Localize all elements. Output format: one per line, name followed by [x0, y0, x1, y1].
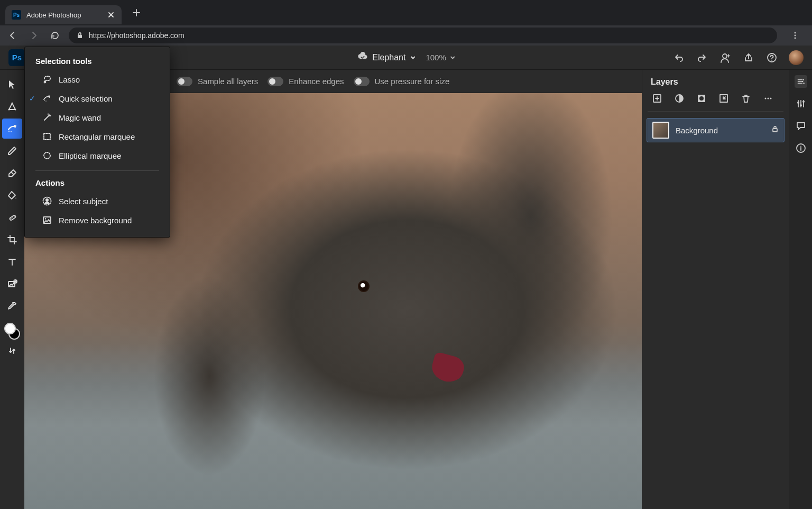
- selection-tool[interactable]: [2, 119, 22, 139]
- more-layers-options-icon[interactable]: [762, 92, 774, 105]
- zoom-control[interactable]: 100%: [426, 53, 455, 62]
- toggle-label: Use pressure for size: [375, 77, 450, 86]
- toggle-switch[interactable]: [354, 77, 370, 86]
- flyout-item-label: Quick selection: [59, 94, 113, 103]
- layer-thumbnail: [652, 122, 669, 139]
- lock-icon[interactable]: [771, 125, 779, 135]
- comments-panel-icon[interactable]: [795, 120, 807, 132]
- properties-panel-icon[interactable]: [795, 75, 807, 88]
- quick-selection-icon: [42, 93, 52, 104]
- svg-point-45: [44, 152, 50, 159]
- flyout-item-magic-wand[interactable]: ✓ Magic wand: [25, 108, 170, 127]
- redo-button[interactable]: [696, 51, 708, 64]
- browser-menu-button[interactable]: [788, 28, 802, 43]
- browser-tab[interactable]: Ps Adobe Photoshop: [5, 5, 122, 24]
- crop-tool[interactable]: [2, 230, 22, 250]
- svg-point-10: [8, 131, 10, 132]
- forward-button[interactable]: [26, 28, 41, 43]
- flyout-item-label: Select subject: [59, 197, 108, 206]
- svg-point-30: [768, 98, 769, 99]
- mask-button[interactable]: [695, 92, 708, 105]
- flyout-item-label: Elliptical marquee: [59, 151, 121, 160]
- svg-point-38: [802, 101, 805, 103]
- svg-point-8: [14, 109, 16, 111]
- browser-tab-strip: Ps Adobe Photoshop: [0, 0, 812, 25]
- toggle-switch[interactable]: [267, 77, 283, 86]
- svg-point-46: [45, 198, 49, 202]
- enhance-edges-toggle[interactable]: Enhance edges: [267, 77, 344, 86]
- svg-point-3: [795, 38, 796, 39]
- svg-point-33: [802, 79, 804, 80]
- cloud-sync-icon: [356, 51, 368, 65]
- layer-name: Background: [676, 126, 765, 135]
- flyout-heading-actions: Actions: [25, 176, 170, 192]
- move-tool[interactable]: [2, 74, 22, 94]
- eyedropper-tool[interactable]: [2, 296, 22, 316]
- svg-point-36: [797, 102, 799, 104]
- adjustments-panel-icon[interactable]: [795, 97, 807, 110]
- reload-button[interactable]: [48, 28, 62, 43]
- flyout-item-rect-marquee[interactable]: ✓ Rectangular marquee: [25, 127, 170, 146]
- brush-tool[interactable]: [2, 141, 22, 161]
- info-panel-icon[interactable]: [795, 142, 807, 154]
- heal-tool[interactable]: [2, 207, 22, 228]
- foreground-color-swatch[interactable]: [4, 323, 16, 334]
- layers-toolbar: [642, 92, 789, 111]
- type-tool[interactable]: [2, 252, 22, 272]
- use-pressure-toggle[interactable]: Use pressure for size: [354, 77, 450, 86]
- remove-background-icon: [42, 215, 52, 225]
- svg-point-31: [770, 98, 772, 99]
- add-layer-button[interactable]: [651, 92, 663, 105]
- sample-all-layers-toggle[interactable]: Sample all layers: [177, 77, 258, 86]
- invite-icon[interactable]: [719, 51, 732, 64]
- toggle-label: Sample all layers: [198, 77, 258, 86]
- select-subject-icon: [42, 196, 52, 206]
- svg-point-49: [45, 218, 46, 219]
- flyout-item-label: Lasso: [59, 75, 80, 84]
- selection-tools-flyout: Selection tools ✓ Lasso ✓ Quick selectio…: [24, 47, 170, 238]
- address-bar[interactable]: https://photoshop.adobe.com: [69, 28, 777, 43]
- flyout-item-lasso[interactable]: ✓ Lasso: [25, 70, 170, 89]
- new-tab-button[interactable]: [129, 5, 144, 20]
- flyout-item-label: Magic wand: [59, 113, 101, 122]
- color-swatches[interactable]: [3, 322, 21, 341]
- svg-point-13: [11, 218, 12, 219]
- transform-tool[interactable]: [2, 96, 22, 116]
- document-name: Elephant: [372, 53, 405, 62]
- close-tab-icon[interactable]: [107, 11, 115, 19]
- undo-button[interactable]: [672, 51, 685, 64]
- share-icon[interactable]: [742, 51, 755, 64]
- flyout-item-remove-bg[interactable]: ✓ Remove background: [25, 211, 170, 230]
- help-icon[interactable]: [765, 51, 778, 64]
- swap-colors-tool[interactable]: [2, 343, 22, 359]
- flyout-item-quick-selection[interactable]: ✓ Quick selection: [25, 89, 170, 108]
- photoshop-logo[interactable]: Ps: [8, 49, 25, 66]
- svg-point-42: [44, 100, 45, 101]
- fill-tool[interactable]: [2, 185, 22, 205]
- rect-marquee-icon: [42, 131, 52, 142]
- toggle-switch[interactable]: [177, 77, 192, 86]
- eraser-tool[interactable]: [2, 163, 22, 183]
- delete-layer-button[interactable]: [740, 92, 752, 105]
- user-avatar[interactable]: [789, 50, 804, 65]
- magic-wand-icon: [42, 112, 52, 123]
- canvas-artwork-detail: [429, 351, 466, 385]
- svg-rect-0: [78, 35, 82, 38]
- place-image-tool[interactable]: [2, 274, 22, 294]
- lasso-icon: [42, 74, 52, 85]
- svg-rect-44: [44, 133, 50, 140]
- flyout-item-select-subject[interactable]: ✓ Select subject: [25, 192, 170, 211]
- chevron-down-icon[interactable]: [449, 54, 456, 61]
- adjustment-layer-button[interactable]: [673, 92, 686, 105]
- back-button[interactable]: [5, 28, 20, 43]
- document-title[interactable]: Elephant: [356, 51, 416, 65]
- check-icon: ✓: [29, 94, 35, 103]
- clip-mask-button[interactable]: [717, 92, 730, 105]
- svg-point-1: [795, 32, 796, 34]
- svg-point-4: [723, 54, 727, 58]
- flyout-item-ellip-marquee[interactable]: ✓ Elliptical marquee: [25, 146, 170, 165]
- chevron-down-icon[interactable]: [410, 54, 416, 61]
- layer-row-background[interactable]: Background: [647, 118, 785, 142]
- svg-point-29: [765, 98, 767, 99]
- svg-point-27: [699, 96, 704, 101]
